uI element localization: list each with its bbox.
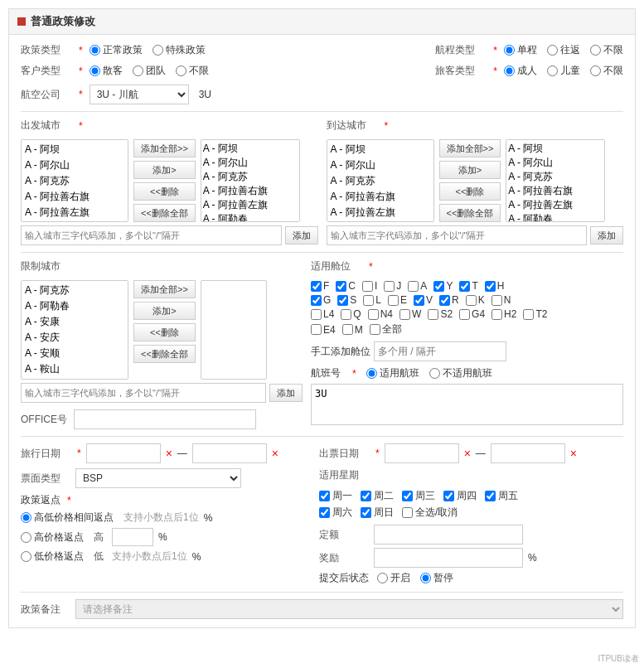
weekday-thu[interactable]: 周四 — [443, 489, 477, 503]
route-type-single-radio[interactable] — [504, 45, 515, 56]
arrive-add-btn[interactable]: 添加> — [439, 161, 501, 179]
cabin-G-check[interactable] — [311, 295, 322, 306]
arrive-city-add-input-btn[interactable]: 添加 — [590, 226, 623, 244]
cabin-N4[interactable]: N4 — [368, 308, 393, 320]
passenger-type-adult[interactable]: 成人 — [504, 64, 537, 78]
cabin-H2-check[interactable] — [491, 309, 502, 320]
weekday-wed[interactable]: 周三 — [402, 489, 435, 503]
list-item[interactable]: A - 阿克苏 — [508, 170, 603, 184]
weekday-tue-check[interactable] — [361, 491, 371, 501]
office-input[interactable]: CA/619 — [74, 409, 256, 429]
weekday-mon-check[interactable] — [319, 491, 330, 501]
cabin-F[interactable]: F — [311, 280, 329, 292]
list-item[interactable]: A - 阿坝 — [23, 142, 126, 157]
issue-date-from[interactable]: 2018-08-24 — [385, 443, 459, 463]
restrict-city-selected-list[interactable] — [201, 280, 267, 380]
list-item[interactable]: A - 阿拉善右旗 — [329, 189, 432, 205]
cabin-L-check[interactable] — [363, 295, 374, 306]
restrict-city-input[interactable] — [21, 383, 266, 403]
cabin-T2-check[interactable] — [523, 309, 534, 320]
cabin-S-check[interactable] — [337, 295, 348, 306]
policy-type-normal-radio[interactable] — [90, 45, 100, 56]
cabin-A[interactable]: A — [408, 280, 427, 292]
depart-add-btn[interactable]: 添加> — [133, 161, 196, 179]
cabin-M-check[interactable] — [342, 324, 353, 335]
customer-type-individual-radio[interactable] — [90, 65, 100, 76]
route-type-any[interactable]: 不限 — [590, 43, 623, 57]
cabin-G4-check[interactable] — [459, 309, 470, 320]
weekday-mon[interactable]: 周一 — [319, 489, 352, 503]
list-item[interactable]: A - 安康 — [23, 314, 126, 330]
list-item[interactable]: A - 阿拉善左旗 — [203, 198, 298, 212]
policy-type-special-radio[interactable] — [153, 45, 163, 56]
depart-city-selected-list[interactable]: A - 阿坝 A - 阿尔山 A - 阿克苏 A - 阿拉善右旗 A - 阿拉善… — [201, 139, 300, 222]
cabin-J-check[interactable] — [384, 281, 395, 292]
passenger-type-child[interactable]: 儿童 — [547, 64, 580, 78]
passenger-type-child-radio[interactable] — [547, 65, 558, 76]
restrict-remove-all-btn[interactable]: <<删除全部 — [133, 345, 196, 363]
cabin-R[interactable]: R — [439, 294, 459, 306]
cabin-all-check[interactable] — [370, 324, 380, 335]
cabin-Q-check[interactable] — [341, 309, 351, 320]
weekday-fri[interactable]: 周五 — [485, 489, 518, 503]
weekday-sat-check[interactable] — [319, 507, 330, 518]
cabin-C[interactable]: C — [336, 280, 356, 292]
cabin-H[interactable]: H — [485, 280, 505, 292]
cabin-V[interactable]: V — [414, 294, 433, 306]
arrive-remove-all-btn[interactable]: <<删除全部 — [439, 204, 501, 222]
list-item[interactable]: A - 阿拉善右旗 — [203, 184, 298, 198]
weekday-thu-check[interactable] — [443, 491, 454, 501]
customer-type-group[interactable]: 团队 — [133, 64, 166, 78]
travel-date-to[interactable]: 2018-09-30 — [192, 443, 267, 463]
route-type-single[interactable]: 单程 — [504, 43, 537, 57]
cabin-Y-check[interactable] — [433, 281, 444, 292]
weekday-all[interactable]: 全选/取消 — [402, 506, 458, 520]
list-item[interactable]: A - 阿克苏 — [329, 173, 432, 189]
restrict-city-add-input-btn[interactable]: 添加 — [269, 384, 303, 402]
cabin-E-check[interactable] — [388, 295, 399, 306]
list-item[interactable]: A - 阿坝 — [329, 142, 432, 157]
cabin-H2[interactable]: H2 — [491, 308, 516, 320]
depart-city-add-input-btn[interactable]: 添加 — [285, 226, 318, 244]
restrict-add-btn[interactable]: 添加> — [133, 302, 196, 320]
depart-city-input[interactable] — [21, 225, 282, 245]
list-item[interactable]: B - 百色 — [23, 377, 126, 380]
arrive-city-listbox[interactable]: A - 阿坝 A - 阿尔山 A - 阿克苏 A - 阿拉善右旗 A - 阿拉善… — [327, 139, 434, 222]
cabin-M[interactable]: M — [342, 322, 363, 336]
policy-type-normal[interactable]: 正常政策 — [90, 43, 143, 57]
cabin-T2[interactable]: T2 — [523, 308, 547, 320]
flight-no-applicable-radio[interactable] — [366, 368, 377, 379]
list-item[interactable]: A - 阿坝 — [203, 142, 298, 156]
weekday-all-check[interactable] — [402, 507, 413, 518]
route-type-return-radio[interactable] — [547, 45, 558, 56]
list-item[interactable]: A - 阿勒春 — [508, 212, 603, 222]
ticket-type-select[interactable]: BSP — [75, 468, 241, 488]
list-item[interactable]: A - 阿尔山 — [508, 156, 603, 170]
cabin-L[interactable]: L — [363, 294, 381, 306]
cabin-C-check[interactable] — [336, 281, 346, 292]
flight-no-applicable[interactable]: 适用航班 — [366, 366, 419, 380]
cabin-S[interactable]: S — [337, 294, 356, 306]
restrict-add-all-btn[interactable]: 添加全部>> — [133, 280, 196, 298]
cabin-T-check[interactable] — [459, 281, 470, 292]
list-item[interactable]: A - 阿拉善右旗 — [23, 189, 126, 205]
restrict-city-listbox[interactable]: A - 阿克苏 A - 阿勒春 A - 安康 A - 安庆 A - 安顺 A -… — [21, 280, 128, 380]
submit-status-pause[interactable]: 暂停 — [420, 571, 453, 585]
cabin-S2-check[interactable] — [428, 309, 438, 320]
list-item[interactable]: A - 安顺 — [23, 346, 126, 361]
cabin-G4[interactable]: G4 — [459, 308, 485, 320]
list-item[interactable]: A - 阿勒春 — [329, 220, 432, 222]
submit-status-pause-radio[interactable] — [420, 573, 431, 583]
passenger-type-any-radio[interactable] — [590, 65, 601, 76]
arrive-remove-btn[interactable]: <<删除 — [439, 182, 501, 201]
airline-select[interactable]: 3U - 川航 — [90, 85, 189, 104]
cabin-I[interactable]: I — [362, 280, 377, 292]
weekday-sun[interactable]: 周日 — [361, 506, 394, 520]
cabin-A-check[interactable] — [408, 281, 419, 292]
high-rebate-radio[interactable] — [21, 532, 31, 543]
cabin-N4-check[interactable] — [368, 309, 379, 320]
list-item[interactable]: A - 阿拉善左旗 — [329, 205, 432, 220]
manual-cabin-input[interactable] — [374, 341, 506, 361]
list-item[interactable]: A - 阿勒春 — [203, 212, 298, 222]
cabin-K-check[interactable] — [466, 295, 477, 306]
